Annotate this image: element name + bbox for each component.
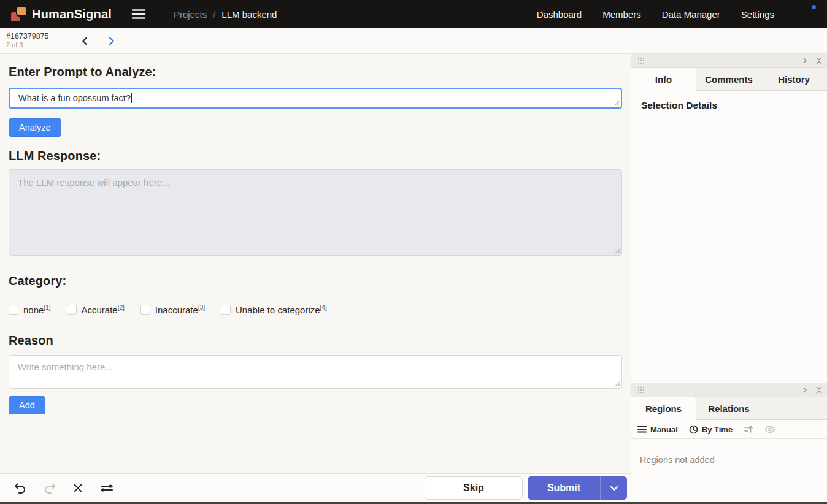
submit-button[interactable]: Submit (528, 476, 600, 500)
tab-relations[interactable]: Relations (696, 397, 761, 420)
task-meta: #167379875 2 of 3 (0, 32, 49, 50)
right-sidebar: Info Comments History Selection Details … (631, 54, 827, 502)
task-position-counter: 2 of 3 (6, 41, 49, 50)
nav-item-dashboard[interactable]: Dashboard (537, 9, 582, 20)
submit-button-group: Submit (528, 476, 627, 500)
group-by-manual-control[interactable]: Manual (637, 425, 678, 434)
previous-task-button[interactable] (75, 31, 96, 52)
reset-icon[interactable] (72, 483, 83, 494)
prompt-section-label: Enter Prompt to Analyze: (9, 65, 622, 79)
notification-badge (810, 4, 817, 10)
choice-accurate-label: Accurate (82, 305, 118, 315)
drag-handle-icon[interactable] (637, 57, 645, 64)
info-panel-body: Selection Details (631, 91, 827, 383)
breadcrumb-current-project: LLM backend (221, 9, 277, 20)
nav-item-members[interactable]: Members (602, 9, 641, 20)
regions-panel: Regions Relations Manual By Time Regions… (631, 383, 827, 502)
nav-item-data-manager[interactable]: Data Manager (662, 9, 720, 20)
text-caret (131, 93, 133, 103)
hamburger-menu-icon[interactable] (126, 0, 151, 28)
drag-handle-icon[interactable] (637, 386, 645, 394)
choice-unable-to-categorize[interactable]: Unable to categorize[4] (221, 304, 327, 315)
category-section-label: Category: (9, 274, 622, 288)
choice-none-hotkey: [1] (44, 304, 50, 311)
detach-panel-chevron-right-icon[interactable] (802, 387, 807, 393)
checkbox-inaccurate[interactable] (140, 305, 150, 315)
menu-lines-icon (637, 426, 647, 433)
regions-toolbar: Manual By Time (631, 420, 827, 439)
prompt-input[interactable]: What is a fun opossum fact? (9, 88, 622, 109)
choice-none[interactable]: none[1] (9, 304, 51, 315)
choice-inaccurate[interactable]: Inaccurate[3] (140, 304, 205, 315)
next-task-button[interactable] (101, 31, 121, 52)
collapse-panel-icon[interactable] (816, 386, 822, 394)
detach-panel-chevron-right-icon[interactable] (802, 58, 807, 64)
breadcrumb-separator: / (213, 9, 215, 20)
submit-options-chevron-down-icon[interactable] (600, 476, 627, 500)
prompt-input-value: What is a fun opossum fact? (18, 93, 131, 103)
checkbox-unable-to-categorize[interactable] (221, 305, 231, 315)
redo-icon (43, 482, 56, 494)
info-panel-tabs: Info Comments History (631, 68, 827, 91)
top-navbar: HumanSignal Projects / LLM backend Dashb… (0, 0, 827, 28)
category-choices: none[1] Accurate[2] Inaccurate[3] Unable… (9, 304, 622, 315)
clock-icon (689, 425, 698, 434)
task-id: #167379875 (6, 32, 49, 42)
checkbox-accurate[interactable] (67, 305, 77, 315)
order-by-label: By Time (702, 425, 733, 434)
regions-panel-header (631, 383, 827, 397)
breadcrumb-projects[interactable]: Projects (174, 9, 207, 20)
bottom-action-bar: Skip Submit (0, 473, 631, 502)
analyze-button[interactable]: Analyze (9, 118, 61, 137)
tab-comments[interactable]: Comments (696, 68, 761, 91)
resize-grip-icon[interactable] (614, 100, 620, 106)
choice-accurate-hotkey: [2] (118, 304, 125, 311)
tab-info[interactable]: Info (631, 68, 696, 91)
nav-item-settings[interactable]: Settings (741, 9, 774, 20)
brand[interactable]: HumanSignal (0, 7, 112, 21)
task-navigation-bar: #167379875 2 of 3 (0, 28, 827, 54)
breadcrumb: Projects / LLM backend (174, 9, 277, 20)
collapse-panel-icon[interactable] (816, 57, 822, 64)
choice-none-label: none (23, 305, 44, 315)
resize-grip-icon[interactable] (614, 248, 620, 254)
choice-inaccurate-hotkey: [3] (198, 304, 205, 311)
visibility-eye-icon[interactable] (764, 426, 775, 433)
sort-ascending-icon[interactable] (744, 425, 753, 433)
labeling-editor: Enter Prompt to Analyze: What is a fun o… (0, 54, 631, 502)
regions-empty-text: Regions not added (631, 439, 827, 481)
tab-regions[interactable]: Regions (631, 397, 696, 420)
reason-textarea[interactable]: Write something here... (9, 355, 622, 389)
navbar-divider (160, 0, 160, 28)
choice-unable-label: Unable to categorize (236, 305, 320, 315)
response-section-label: LLM Response: (9, 149, 622, 163)
choice-unable-hotkey: [4] (320, 304, 327, 311)
brand-name: HumanSignal (32, 7, 112, 21)
choice-inaccurate-label: Inaccurate (155, 305, 198, 315)
group-by-label: Manual (650, 425, 678, 434)
skip-button[interactable]: Skip (425, 476, 523, 500)
settings-sliders-icon[interactable] (99, 483, 114, 494)
info-panel-header (631, 54, 827, 68)
selection-details-title: Selection Details (631, 91, 827, 120)
llm-response-placeholder: The LLM response will appear here... (18, 177, 170, 188)
humansignal-logo-icon (11, 7, 26, 21)
add-button[interactable]: Add (9, 396, 45, 414)
navbar-links: Dashboard Members Data Manager Settings (537, 5, 827, 23)
order-by-time-control[interactable]: By Time (689, 425, 733, 434)
reason-placeholder: Write something here... (18, 362, 113, 372)
user-avatar[interactable] (798, 5, 816, 23)
regions-panel-tabs: Regions Relations (631, 397, 827, 420)
reason-section-label: Reason (9, 334, 622, 348)
tab-history[interactable]: History (761, 68, 826, 91)
checkbox-none[interactable] (9, 305, 18, 315)
choice-accurate[interactable]: Accurate[2] (67, 304, 125, 315)
info-panel: Info Comments History Selection Details (631, 54, 827, 383)
resize-grip-icon[interactable] (614, 381, 620, 387)
undo-icon[interactable] (13, 482, 27, 494)
regions-panel-body: Regions not added (631, 439, 827, 502)
llm-response-textarea: The LLM response will appear here... (9, 169, 622, 256)
